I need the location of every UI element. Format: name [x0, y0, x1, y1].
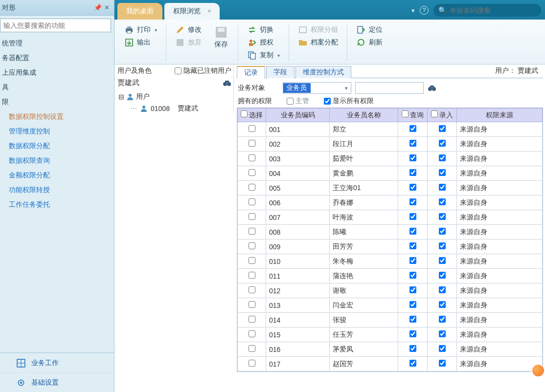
row-select-checkbox[interactable]: [249, 257, 255, 264]
nav-sub-item[interactable]: 金额权限分配: [7, 168, 114, 183]
save-button[interactable]: 保存: [209, 23, 233, 51]
row-query-checkbox[interactable]: [409, 154, 416, 161]
query-all-checkbox[interactable]: [402, 110, 409, 117]
perm-group-button[interactable]: 权限分组: [294, 23, 342, 36]
footer-settings[interactable]: 基础设置: [0, 372, 114, 392]
row-entry-checkbox[interactable]: [439, 257, 446, 264]
table-row[interactable]: 004黄金鹏来源自身: [238, 166, 543, 181]
col-select[interactable]: 选择: [238, 109, 266, 122]
table-row[interactable]: 015任玉芳来源自身: [238, 327, 543, 342]
row-query-checkbox[interactable]: [409, 242, 416, 249]
row-entry-checkbox[interactable]: [439, 228, 446, 235]
table-row[interactable]: 016茅爱凤来源自身: [238, 342, 543, 357]
row-entry-checkbox[interactable]: [439, 301, 446, 308]
col-source[interactable]: 权限来源: [457, 109, 543, 122]
col-entry[interactable]: 录入: [428, 109, 457, 122]
row-select-checkbox[interactable]: [249, 169, 255, 176]
table-row[interactable]: 014张骏来源自身: [238, 313, 543, 327]
row-entry-checkbox[interactable]: [439, 154, 446, 161]
nav-sub-item[interactable]: 数据权限分配: [7, 139, 114, 153]
binoculars-icon[interactable]: [428, 85, 436, 91]
switch-button[interactable]: 切换: [243, 23, 284, 36]
row-query-checkbox[interactable]: [409, 301, 416, 308]
locate-button[interactable]: 定位: [352, 23, 386, 36]
row-select-checkbox[interactable]: [249, 140, 255, 147]
nav-item[interactable]: 具: [0, 80, 114, 95]
table-row[interactable]: 017赵国芳来源自身: [238, 357, 543, 371]
pin-icon[interactable]: 📌: [93, 4, 102, 11]
row-select-checkbox[interactable]: [249, 242, 255, 249]
modify-button[interactable]: 修改: [171, 23, 205, 36]
refresh-button[interactable]: 刷新: [352, 36, 386, 49]
show-all-checkbox[interactable]: [324, 98, 331, 105]
nav-item[interactable]: 上应用集成: [0, 65, 114, 80]
sub-tab-record[interactable]: 记录: [237, 66, 265, 79]
row-entry-checkbox[interactable]: [439, 272, 446, 279]
biz-obj-combo[interactable]: 业务员 ▾: [283, 82, 351, 94]
row-query-checkbox[interactable]: [409, 213, 416, 220]
row-query-checkbox[interactable]: [409, 272, 416, 279]
tab-permissions[interactable]: 权限浏览 ×: [164, 3, 220, 20]
filter-text[interactable]: [355, 82, 424, 94]
row-query-checkbox[interactable]: [409, 330, 416, 337]
footer-biz[interactable]: 业务工作: [0, 353, 114, 372]
nav-sub-item[interactable]: 数据权限查询: [7, 153, 114, 168]
row-select-checkbox[interactable]: [249, 125, 255, 132]
nav-item[interactable]: 限: [0, 95, 114, 109]
table-row[interactable]: 011蒲连艳来源自身: [238, 269, 543, 283]
row-select-checkbox[interactable]: [249, 301, 255, 308]
row-query-checkbox[interactable]: [409, 316, 416, 323]
nav-sub-item[interactable]: 数据权限控制设置: [7, 109, 114, 124]
row-query-checkbox[interactable]: [409, 257, 416, 264]
row-entry-checkbox[interactable]: [439, 345, 446, 352]
tab-desktop[interactable]: 我的桌面: [117, 3, 162, 20]
entry-all-checkbox[interactable]: [431, 110, 438, 117]
row-query-checkbox[interactable]: [409, 228, 416, 235]
table-row[interactable]: 010朱冬梅来源自身: [238, 254, 543, 269]
table-row[interactable]: 006乔春娜来源自身: [238, 196, 543, 210]
row-entry-checkbox[interactable]: [439, 213, 446, 220]
nav-sub-item[interactable]: 功能权限转授: [7, 183, 114, 197]
mgr-checkbox[interactable]: [287, 98, 294, 105]
discard-button[interactable]: 放弃: [171, 36, 205, 49]
row-select-checkbox[interactable]: [249, 213, 255, 220]
row-select-checkbox[interactable]: [249, 345, 255, 352]
row-entry-checkbox[interactable]: [439, 184, 446, 191]
table-row[interactable]: 001郑立来源自身: [238, 122, 543, 137]
barcode-search-input[interactable]: [450, 6, 536, 14]
row-entry-checkbox[interactable]: [439, 242, 446, 249]
tab-close-icon[interactable]: ×: [207, 7, 211, 15]
row-query-checkbox[interactable]: [409, 125, 416, 132]
row-entry-checkbox[interactable]: [439, 169, 446, 176]
copy-button[interactable]: 复制 ▾: [243, 49, 284, 62]
select-all-checkbox[interactable]: [241, 110, 248, 117]
hide-closed-checkbox[interactable]: [175, 67, 182, 74]
table-row[interactable]: 012谢敬来源自身: [238, 283, 543, 298]
function-search-input[interactable]: [3, 22, 108, 29]
table-row[interactable]: 009田芳芳来源自身: [238, 240, 543, 254]
row-query-checkbox[interactable]: [409, 184, 416, 191]
row-select-checkbox[interactable]: [249, 316, 255, 323]
nav-item[interactable]: 务器配置: [0, 51, 114, 65]
table-row[interactable]: 013闫金宏来源自身: [238, 298, 543, 313]
row-entry-checkbox[interactable]: [439, 125, 446, 132]
row-entry-checkbox[interactable]: [439, 360, 446, 367]
table-row[interactable]: 003茹爱叶来源自身: [238, 152, 543, 166]
row-query-checkbox[interactable]: [409, 345, 416, 352]
row-select-checkbox[interactable]: [249, 272, 255, 279]
tree-node-child[interactable]: ⋯ 01008 贾建武: [130, 102, 231, 113]
close-icon[interactable]: ✕: [102, 4, 111, 11]
row-query-checkbox[interactable]: [409, 286, 416, 293]
row-select-checkbox[interactable]: [249, 154, 255, 161]
nav-sub-item[interactable]: 工作任务委托: [7, 197, 114, 212]
tree-toggle-icon[interactable]: ⊟: [118, 93, 124, 101]
table-row[interactable]: 005王立海01来源自身: [238, 181, 543, 196]
file-assign-button[interactable]: 档案分配: [294, 36, 342, 49]
export-button[interactable]: 输出: [120, 36, 161, 49]
row-select-checkbox[interactable]: [249, 228, 255, 235]
help-icon[interactable]: ?: [420, 6, 429, 15]
row-select-checkbox[interactable]: [249, 184, 255, 191]
row-query-checkbox[interactable]: [409, 169, 416, 176]
row-select-checkbox[interactable]: [249, 286, 255, 293]
col-code[interactable]: 业务员编码: [266, 109, 330, 122]
